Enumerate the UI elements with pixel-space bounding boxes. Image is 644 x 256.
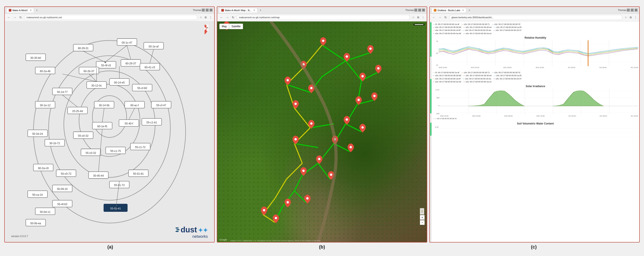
scale-bar (414, 24, 424, 26)
svg-text:55-cf-47: 55-cf-47 (156, 104, 166, 107)
address-bar-b[interactable]: makeamesh.eu-gb.mybluemix.net/map (236, 15, 410, 20)
svg-text:55-c0-32: 55-c0-32 (86, 151, 96, 154)
tab-close-a[interactable]: ✕ (30, 9, 32, 11)
new-tab-a[interactable]: + (36, 8, 38, 12)
content-a: 🗺 Make-A-Mesh! (5, 22, 214, 242)
solar-chart-area: 1.0 K 500 0 -250 (433, 89, 638, 114)
content-b: Map Satellite 🚶 + − Google (217, 22, 427, 242)
new-tab-b[interactable]: + (260, 8, 261, 12)
tab-a[interactable]: Make-A-Mesh! ✕ (6, 8, 34, 12)
svg-line-98 (322, 45, 346, 61)
tab-b[interactable]: Make-A-Mesh! Map - 3i... ✕ (219, 8, 258, 12)
soil-y-axis: 0.30 (433, 126, 439, 139)
tab-c[interactable]: Grafana - Bucks Lake ✕ (432, 8, 466, 12)
address-bar-a[interactable]: makeamesh.eu-gb.mybluemix.net (24, 15, 198, 20)
legend-item-s6: — s3x: 00-17-0d-00-00-60-1d-0f (433, 29, 460, 32)
svg-text:60-29-31: 60-29-31 (78, 47, 89, 50)
google-text: Google (220, 238, 227, 241)
soil-chart-area: 0.30 (433, 126, 638, 139)
back-btn-a[interactable]: ← (6, 15, 11, 20)
caption-c: (c) (429, 244, 639, 250)
forward-btn-a[interactable]: → (12, 15, 17, 20)
close-btn-c[interactable]: ✕ (634, 8, 638, 12)
menu-icon-a[interactable]: ⋮ (209, 16, 212, 19)
svg-line-105 (346, 124, 361, 132)
svg-text:60-29-37: 60-29-37 (125, 62, 136, 65)
reload-btn-c[interactable]: ↻ (444, 15, 448, 20)
legend-item-s2: — s3x: 00-17-0d-00-00-38-3d-7d (492, 23, 520, 26)
svg-text:20-25-4d: 20-25-4d (72, 110, 83, 112)
map-btn-satellite[interactable]: Satellite (229, 24, 243, 29)
tab-close-b[interactable]: ✕ (253, 9, 255, 11)
mesh-diagram: 60-29-31 00-1c-47 00-1e-af 60-2a-46 30-3… (5, 22, 214, 242)
map-btn-map[interactable]: Map (220, 24, 229, 29)
forward-btn-b[interactable]: → (225, 15, 230, 20)
bookmark-icon-c[interactable]: ☆ (624, 16, 628, 19)
toolbar-icons-a: ☆ ⊞ ⋮ (199, 16, 212, 19)
window-c: Grafana - Bucks Lake ✕ + Thomas ─ □ ✕ ← … (429, 6, 640, 242)
svg-text:55-40-f: 55-40-f (125, 122, 133, 125)
minimize-btn-b[interactable]: ─ (414, 8, 417, 12)
bookmark-icon-a[interactable]: ☆ (199, 16, 203, 19)
zoom-in-btn[interactable]: + (420, 215, 424, 220)
maximize-btn-a[interactable]: □ (206, 8, 209, 12)
close-btn-a[interactable]: ✕ (210, 8, 212, 12)
humidity-x-axis: 8/30 16:00 8/31 00:00 8/31 08:00 8/31 16… (433, 66, 638, 68)
zoom-out-btn[interactable]: − (420, 220, 424, 225)
maximize-btn-b[interactable]: □ (418, 8, 421, 12)
toolbar-c: ← → ↻ glaser.berkeley.edu:3000/dashboard… (430, 14, 639, 22)
legend-item-s1: — s3x: 00-17-0d-00-00-38-3d-71 (462, 23, 490, 26)
titlebar-c: Grafana - Bucks Lake ✕ + Thomas ─ □ ✕ (430, 7, 639, 14)
reload-btn-a[interactable]: ↻ (18, 15, 23, 20)
reload-btn-b[interactable]: ↻ (231, 15, 235, 20)
svg-line-120 (294, 144, 302, 163)
new-tab-c[interactable]: + (468, 8, 470, 12)
minimize-btn-c[interactable]: ─ (627, 8, 630, 12)
user-name-a: Thomas (193, 9, 201, 11)
svg-text:55-4f-63: 55-4f-63 (57, 203, 67, 206)
forward-btn-c[interactable]: → (438, 15, 442, 20)
minimize-btn-a[interactable]: ─ (202, 8, 205, 12)
back-btn-b[interactable]: ← (219, 15, 224, 20)
panel-indicators (430, 22, 432, 242)
favicon-a (9, 9, 12, 12)
map-zoom-controls: 🚶 + − (420, 208, 424, 225)
toolbar-icons-c: ☆ ⊞ ⋮ (624, 16, 638, 19)
svg-text:55-c1-b1: 55-c1-b1 (146, 121, 157, 124)
bookmark-icon-b[interactable]: ☆ (411, 16, 415, 19)
close-btn-b[interactable]: ✕ (422, 8, 425, 12)
maximize-btn-c[interactable]: □ (631, 8, 634, 12)
svg-line-112 (294, 191, 306, 202)
menu-icon-b[interactable]: ⋮ (421, 16, 425, 19)
solar-y-neg: -250 (436, 113, 440, 114)
svg-point-148 (318, 158, 320, 160)
svg-point-143 (362, 126, 364, 128)
humidity-y-axis: 70 40 10 (433, 40, 438, 66)
window-a: Make-A-Mesh! ✕ + Thomas ─ □ ✕ ← → ↻ make… (4, 6, 215, 242)
mesh-version: version 0.0.0.7 (11, 235, 28, 238)
x-label-7: 9/1 16:00 (631, 66, 638, 68)
humidity-chart-svg (438, 40, 638, 66)
soil-chart-svg (439, 126, 638, 139)
extensions-icon-c[interactable]: ⊞ (629, 16, 632, 19)
svg-text:55-c1-72: 55-c1-72 (135, 146, 146, 149)
favicon-b (221, 9, 224, 12)
svg-point-149 (302, 170, 304, 172)
zoom-person-icon[interactable]: 🚶 (420, 208, 424, 214)
address-bar-c[interactable]: glaser.berkeley.edu:3000/dashboard/d... (449, 15, 622, 20)
soil-chart-title: Soil Volumetric Water Content (433, 122, 638, 125)
user-name-c: Thomas (618, 9, 626, 11)
svg-text:60-2b-37: 60-2b-37 (84, 70, 94, 72)
extensions-icon-a[interactable]: ⊞ (204, 16, 208, 19)
map-view: Map Satellite 🚶 + − Google (217, 22, 427, 242)
humidity-chart-section: Relative Humidity 70 40 10 (433, 36, 638, 68)
dust-logo: dust ✦✦ networks (176, 225, 208, 239)
back-btn-c[interactable]: ← (432, 15, 436, 20)
menu-icon-c[interactable]: ⋮ (634, 16, 638, 19)
extensions-icon-b[interactable]: ⊞ (416, 16, 420, 19)
svg-text:55-0b-41: 55-0b-41 (110, 207, 121, 210)
tab-close-c[interactable]: ✕ (462, 9, 464, 11)
svg-text:30-35-b0: 30-35-b0 (30, 56, 41, 59)
dust-logo-sub: networks (192, 234, 208, 239)
url-b: makeamesh.eu-gb.mybluemix.net/map (239, 16, 280, 19)
